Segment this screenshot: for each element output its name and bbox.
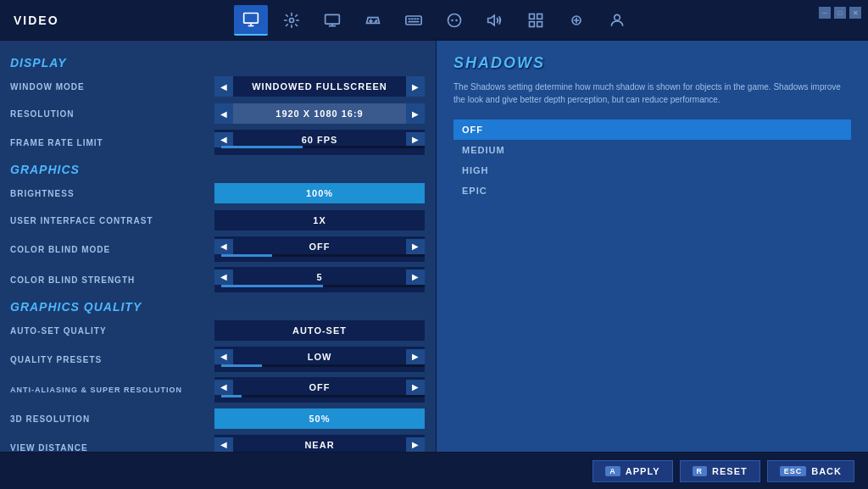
- reset-button[interactable]: R RESET: [680, 460, 760, 482]
- setting-color-blind-strength: COLOR BLIND STRENGTH ◀ 5 ▶: [10, 266, 426, 293]
- setting-3d-resolution: 3D RESOLUTION 50%: [10, 407, 426, 431]
- resolution-label: RESOLUTION: [10, 109, 214, 119]
- 3d-resolution-value: 50%: [214, 414, 425, 424]
- anti-aliasing-right-arrow[interactable]: ▶: [406, 380, 425, 395]
- minimize-btn[interactable]: ─: [819, 7, 831, 19]
- quality-presets-slider[interactable]: [221, 364, 262, 367]
- option-medium[interactable]: MEDIUM: [453, 140, 851, 160]
- setting-color-blind-mode: COLOR BLIND MODE ◀ OFF ▶: [10, 236, 426, 263]
- reset-label: RESET: [712, 466, 748, 476]
- nav-keyboard[interactable]: [397, 5, 431, 36]
- frame-rate-slider[interactable]: [221, 146, 303, 148]
- nav-gear[interactable]: [275, 5, 309, 36]
- apply-key-badge: A: [605, 466, 620, 476]
- nav-display[interactable]: [315, 5, 349, 36]
- color-blind-mode-slider[interactable]: [221, 254, 272, 257]
- option-off[interactable]: OFF: [453, 119, 851, 140]
- window-mode-control: ◀ WINDOWED FULLSCREEN ▶: [214, 75, 426, 97]
- quality-presets-left-arrow[interactable]: ◀: [214, 349, 233, 364]
- window-mode-left-arrow[interactable]: ◀: [214, 76, 233, 97]
- color-blind-strength-control: ◀ 5 ▶: [214, 266, 426, 293]
- nav-user[interactable]: [600, 5, 634, 36]
- anti-aliasing-left-arrow[interactable]: ◀: [214, 380, 233, 395]
- setting-anti-aliasing: ANTI-ALIASING & SUPER RESOLUTION ◀ OFF ▶: [10, 376, 426, 403]
- svg-rect-11: [537, 14, 542, 19]
- nav-gamepad2[interactable]: [437, 5, 471, 36]
- view-distance-label: VIEW DISTANCE: [10, 443, 214, 453]
- svg-rect-4: [326, 14, 340, 24]
- nav-gamepad3[interactable]: [559, 5, 593, 36]
- svg-point-3: [290, 18, 294, 22]
- nav-bar: [234, 5, 634, 36]
- setting-quality-presets: QUALITY PRESETS ◀ LOW ▶: [10, 346, 426, 373]
- option-high[interactable]: HIGH: [453, 160, 851, 181]
- main-content: DISPLAY WINDOW MODE ◀ WINDOWED FULLSCREE…: [0, 41, 868, 452]
- setting-view-distance: VIEW DISTANCE ◀ NEAR ▶: [10, 434, 426, 452]
- maximize-btn[interactable]: □: [834, 7, 846, 19]
- nav-network[interactable]: [519, 5, 553, 36]
- svg-point-6: [448, 14, 461, 26]
- resolution-left-arrow[interactable]: ◀: [214, 103, 233, 124]
- auto-quality-value: AUTO-SET: [214, 325, 425, 336]
- left-panel: DISPLAY WINDOW MODE ◀ WINDOWED FULLSCREE…: [0, 41, 437, 452]
- view-distance-right-arrow[interactable]: ▶: [406, 437, 425, 453]
- brightness-value: 100%: [214, 188, 425, 198]
- anti-aliasing-slider[interactable]: [221, 395, 242, 397]
- option-epic[interactable]: EPIC: [453, 181, 851, 201]
- section-graphics-title: GRAPHICS: [10, 163, 426, 176]
- window-mode-right-arrow[interactable]: ▶: [406, 76, 425, 97]
- nav-audio[interactable]: [478, 5, 512, 36]
- quality-presets-value: LOW: [233, 352, 406, 362]
- color-blind-strength-label: COLOR BLIND STRENGTH: [10, 275, 214, 285]
- color-blind-strength-slider[interactable]: [221, 285, 323, 287]
- color-blind-mode-control: ◀ OFF ▶: [214, 236, 426, 263]
- ui-contrast-value: 1x: [214, 215, 425, 225]
- ui-contrast-label: USER INTERFACE CONTRAST: [10, 216, 214, 225]
- nav-monitor[interactable]: [234, 5, 268, 36]
- shadows-options: OFF MEDIUM HIGH EPIC: [453, 119, 851, 201]
- brightness-label: BRIGHTNESS: [10, 189, 214, 198]
- quality-presets-label: QUALITY PRESETS: [10, 355, 214, 364]
- color-blind-strength-value: 5: [233, 272, 406, 282]
- right-panel: SHADOWS The Shadows setting determine ho…: [437, 41, 868, 452]
- color-blind-strength-left-arrow[interactable]: ◀: [214, 270, 233, 285]
- anti-aliasing-label: ANTI-ALIASING & SUPER RESOLUTION: [10, 386, 214, 394]
- quality-presets-control: ◀ LOW ▶: [214, 346, 426, 373]
- frame-rate-control: ◀ 60 FPS ▶: [214, 129, 426, 156]
- view-distance-control: ◀ NEAR ▶: [214, 434, 426, 452]
- view-distance-value: NEAR: [233, 440, 406, 450]
- section-display-title: DISPLAY: [10, 56, 426, 69]
- setting-window-mode: WINDOW MODE ◀ WINDOWED FULLSCREEN ▶: [10, 75, 426, 98]
- resolution-right-arrow[interactable]: ▶: [406, 103, 425, 124]
- svg-rect-5: [406, 16, 421, 25]
- frame-rate-label: FRAME RATE LIMIT: [10, 138, 214, 147]
- right-panel-description: The Shadows setting determine how much s…: [453, 81, 851, 106]
- color-blind-mode-left-arrow[interactable]: ◀: [214, 239, 233, 254]
- header: VIDEO ─ □: [0, 0, 868, 41]
- color-blind-mode-label: COLOR BLIND MODE: [10, 245, 214, 254]
- color-blind-mode-right-arrow[interactable]: ▶: [406, 239, 425, 254]
- setting-brightness: BRIGHTNESS 100%: [10, 181, 426, 205]
- right-panel-title: SHADOWS: [453, 54, 851, 72]
- svg-point-14: [615, 14, 620, 20]
- setting-resolution: RESOLUTION ◀ 1920 X 1080 16:9 ▶: [10, 102, 426, 125]
- window-mode-label: WINDOW MODE: [10, 82, 214, 92]
- 3d-resolution-control: 50%: [214, 408, 426, 430]
- setting-frame-rate: FRAME RATE LIMIT ◀ 60 FPS ▶: [10, 129, 426, 156]
- svg-rect-13: [530, 21, 535, 26]
- auto-quality-label: AUTO-SET QUALITY: [10, 326, 214, 336]
- page-title: VIDEO: [14, 14, 59, 27]
- back-button[interactable]: ESC BACK: [767, 460, 854, 482]
- frame-rate-value: 60 FPS: [233, 135, 406, 145]
- quality-presets-right-arrow[interactable]: ▶: [406, 349, 425, 364]
- nav-controller[interactable]: [356, 5, 390, 36]
- section-gfx-quality-title: GRAPHICS QUALITY: [10, 300, 426, 314]
- view-distance-left-arrow[interactable]: ◀: [214, 437, 233, 453]
- close-btn[interactable]: ✕: [849, 7, 861, 19]
- svg-point-7: [451, 19, 453, 21]
- window-mode-value: WINDOWED FULLSCREEN: [233, 81, 406, 92]
- apply-label: APPLY: [626, 466, 660, 476]
- color-blind-strength-right-arrow[interactable]: ▶: [406, 270, 425, 285]
- apply-button[interactable]: A APPLY: [593, 460, 672, 482]
- 3d-resolution-label: 3D RESOLUTION: [10, 414, 214, 424]
